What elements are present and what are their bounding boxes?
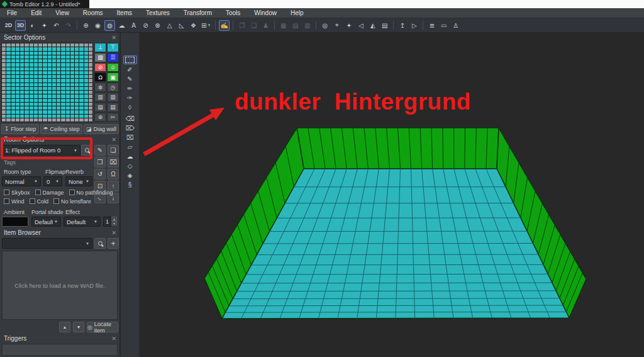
sector-cell[interactable] [2,47,6,50]
sector-cell[interactable] [79,67,83,71]
sector-cell[interactable] [43,115,47,118]
sector-cell[interactable] [48,83,52,86]
sector-cell[interactable] [48,87,52,90]
item-browser-tool-button[interactable]: ♙ [450,20,461,31]
sector-cell[interactable] [70,59,74,62]
checkbox-wind[interactable] [4,198,9,204]
monkeyswing-button[interactable]: ☺ [107,63,119,72]
sector-cell[interactable] [70,110,74,113]
sector-cell[interactable] [6,59,10,62]
play-level-button[interactable]: ▷ [409,20,419,31]
sector-cell[interactable] [43,71,47,74]
sector-cell[interactable] [84,47,88,50]
sector-cell[interactable] [6,91,10,94]
sector-cell[interactable] [38,83,42,86]
box-button[interactable]: ▨ [94,53,106,62]
sector-cell[interactable] [20,106,24,110]
close-icon[interactable]: ✕ [111,336,120,342]
sector-cell[interactable] [30,103,33,106]
sector-cell[interactable] [79,115,83,118]
sector-cell[interactable] [34,59,38,62]
sector-cell[interactable] [38,94,42,98]
sector-cell[interactable] [57,79,60,82]
sector-cell[interactable] [75,79,79,82]
sector-cell[interactable] [38,110,42,113]
sector-cell[interactable] [20,43,24,47]
sector-cell[interactable] [30,83,33,86]
viewport-3d[interactable] [140,33,644,357]
sector-cell[interactable] [20,75,24,78]
sector-cell[interactable] [66,47,70,50]
sector-cell[interactable] [43,43,47,47]
sector-cell[interactable] [61,110,65,113]
sector-cell[interactable] [70,106,74,110]
sector-cell[interactable] [11,118,15,122]
sector-cell[interactable] [34,47,38,50]
sector-cell[interactable] [43,106,47,110]
sector-cell[interactable] [2,110,6,113]
sector-cell[interactable] [89,75,92,78]
sector-cell[interactable] [89,52,92,55]
menu-item-edit[interactable]: Edit [24,8,48,18]
sector-cell[interactable] [52,75,56,78]
sector-cell[interactable] [61,75,65,78]
room-selector-dropdown[interactable]: 1: Flipped of Room 0 ▼ [2,145,80,156]
sector-cell[interactable] [2,67,6,71]
sector-cell[interactable] [52,55,56,59]
trigger-triggerer-button[interactable]: ◷ [107,82,119,92]
sector-cell[interactable] [84,99,88,102]
sector-cell[interactable] [57,59,60,62]
sector-cell[interactable] [25,103,28,106]
wall-button[interactable]: Ω [94,72,106,82]
not-walkable-button[interactable]: ☰ [107,53,119,62]
sector-cell[interactable] [43,52,47,55]
sector-cell[interactable] [61,79,65,82]
sector-cell[interactable] [2,63,6,66]
diag-wall-button[interactable]: ◪Diag wall [84,124,119,134]
sector-cell[interactable] [84,55,88,59]
sector-cell[interactable] [11,99,15,102]
sector-cell[interactable] [57,99,60,102]
sector-cell[interactable] [89,91,92,94]
sector-cell[interactable] [30,43,33,47]
sector-cell[interactable] [25,52,28,55]
sector-cell[interactable] [34,79,38,82]
sector-cell[interactable] [30,47,33,50]
sector-cell[interactable] [66,99,70,102]
sector-cell[interactable] [20,55,24,59]
sector-cell[interactable] [2,55,6,59]
sector-cell[interactable] [75,47,79,50]
close-icon[interactable]: ✕ [111,230,120,236]
close-icon[interactable]: ✕ [111,137,120,143]
sector-cell[interactable] [6,52,10,55]
sector-cell[interactable] [52,115,56,118]
sector-cell[interactable] [89,118,92,122]
geometry-mode-button[interactable]: ❖ [188,20,199,31]
sector-cell[interactable] [66,115,70,118]
slope-edit-button[interactable]: ◺ [176,20,187,31]
checkbox-no-lensflare[interactable] [53,198,59,204]
sector-cell[interactable] [89,87,92,90]
stepper-down-icon[interactable]: ▼ [111,221,117,225]
sector-cell[interactable] [16,91,19,94]
sector-cell[interactable] [70,83,74,86]
sector-cell[interactable] [25,110,28,113]
sector-cell[interactable] [57,55,60,59]
sector-cell[interactable] [2,59,6,62]
effect-dropdown[interactable]: Default ▼ [64,217,101,227]
sector-cell[interactable] [34,67,38,71]
sector-cell[interactable] [20,87,24,90]
sector-cell[interactable] [11,52,15,55]
sector-cell[interactable] [57,83,60,86]
sector-cell[interactable] [66,110,70,113]
flipmap-dropdown[interactable]: 0 ▼ [43,176,62,186]
sector-cell[interactable] [43,94,47,98]
sector-cell[interactable] [25,47,28,50]
sector-cell[interactable] [66,91,70,94]
sector-cell[interactable] [75,94,79,98]
sector-cell[interactable] [6,87,10,90]
sector-cell[interactable] [75,55,79,59]
sector-cell[interactable] [66,59,70,62]
sector-cell[interactable] [66,63,70,66]
sector-cell[interactable] [75,59,79,62]
